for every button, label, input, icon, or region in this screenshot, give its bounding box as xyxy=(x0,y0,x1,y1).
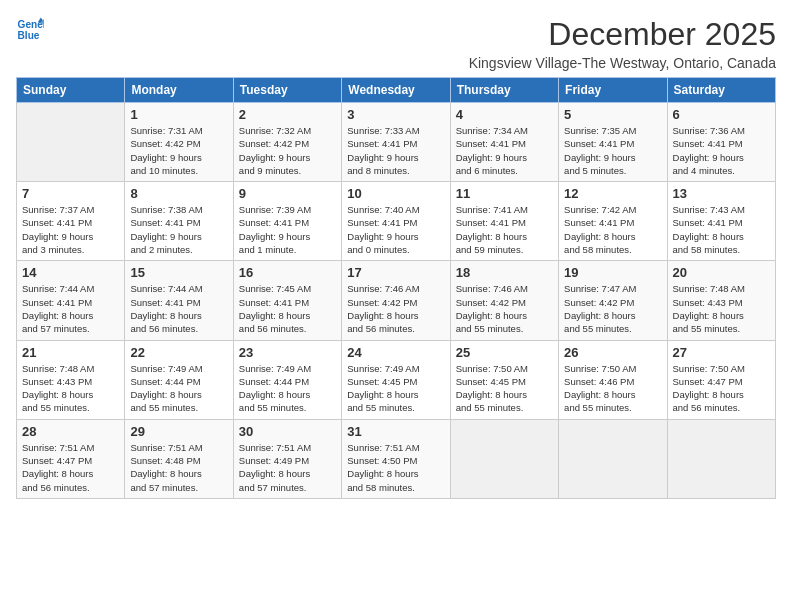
day-number: 5 xyxy=(564,107,661,122)
day-number: 4 xyxy=(456,107,553,122)
day-number: 30 xyxy=(239,424,336,439)
calendar-cell: 9Sunrise: 7:39 AM Sunset: 4:41 PM Daylig… xyxy=(233,182,341,261)
calendar-cell: 13Sunrise: 7:43 AM Sunset: 4:41 PM Dayli… xyxy=(667,182,775,261)
day-info: Sunrise: 7:42 AM Sunset: 4:41 PM Dayligh… xyxy=(564,203,661,256)
day-number: 1 xyxy=(130,107,227,122)
day-info: Sunrise: 7:51 AM Sunset: 4:50 PM Dayligh… xyxy=(347,441,444,494)
calendar-cell: 18Sunrise: 7:46 AM Sunset: 4:42 PM Dayli… xyxy=(450,261,558,340)
day-number: 14 xyxy=(22,265,119,280)
calendar-cell xyxy=(667,419,775,498)
day-number: 10 xyxy=(347,186,444,201)
header: General Blue December 2025 Kingsview Vil… xyxy=(16,16,776,71)
day-number: 23 xyxy=(239,345,336,360)
calendar-week-row: 21Sunrise: 7:48 AM Sunset: 4:43 PM Dayli… xyxy=(17,340,776,419)
calendar-cell: 29Sunrise: 7:51 AM Sunset: 4:48 PM Dayli… xyxy=(125,419,233,498)
calendar-week-row: 28Sunrise: 7:51 AM Sunset: 4:47 PM Dayli… xyxy=(17,419,776,498)
day-number: 20 xyxy=(673,265,770,280)
calendar-cell: 22Sunrise: 7:49 AM Sunset: 4:44 PM Dayli… xyxy=(125,340,233,419)
day-number: 2 xyxy=(239,107,336,122)
day-number: 18 xyxy=(456,265,553,280)
calendar-cell: 7Sunrise: 7:37 AM Sunset: 4:41 PM Daylig… xyxy=(17,182,125,261)
calendar-cell: 26Sunrise: 7:50 AM Sunset: 4:46 PM Dayli… xyxy=(559,340,667,419)
day-number: 28 xyxy=(22,424,119,439)
calendar-cell: 3Sunrise: 7:33 AM Sunset: 4:41 PM Daylig… xyxy=(342,103,450,182)
day-number: 19 xyxy=(564,265,661,280)
day-info: Sunrise: 7:31 AM Sunset: 4:42 PM Dayligh… xyxy=(130,124,227,177)
calendar-cell xyxy=(17,103,125,182)
day-of-week-header: Tuesday xyxy=(233,78,341,103)
day-number: 24 xyxy=(347,345,444,360)
day-info: Sunrise: 7:39 AM Sunset: 4:41 PM Dayligh… xyxy=(239,203,336,256)
day-number: 31 xyxy=(347,424,444,439)
day-info: Sunrise: 7:35 AM Sunset: 4:41 PM Dayligh… xyxy=(564,124,661,177)
day-info: Sunrise: 7:51 AM Sunset: 4:49 PM Dayligh… xyxy=(239,441,336,494)
day-number: 29 xyxy=(130,424,227,439)
day-info: Sunrise: 7:51 AM Sunset: 4:47 PM Dayligh… xyxy=(22,441,119,494)
day-info: Sunrise: 7:51 AM Sunset: 4:48 PM Dayligh… xyxy=(130,441,227,494)
day-info: Sunrise: 7:43 AM Sunset: 4:41 PM Dayligh… xyxy=(673,203,770,256)
location-title: Kingsview Village-The Westway, Ontario, … xyxy=(469,55,776,71)
day-info: Sunrise: 7:49 AM Sunset: 4:45 PM Dayligh… xyxy=(347,362,444,415)
day-info: Sunrise: 7:48 AM Sunset: 4:43 PM Dayligh… xyxy=(673,282,770,335)
day-number: 21 xyxy=(22,345,119,360)
day-info: Sunrise: 7:38 AM Sunset: 4:41 PM Dayligh… xyxy=(130,203,227,256)
day-number: 15 xyxy=(130,265,227,280)
calendar-cell: 23Sunrise: 7:49 AM Sunset: 4:44 PM Dayli… xyxy=(233,340,341,419)
day-number: 13 xyxy=(673,186,770,201)
day-info: Sunrise: 7:50 AM Sunset: 4:46 PM Dayligh… xyxy=(564,362,661,415)
calendar-cell: 8Sunrise: 7:38 AM Sunset: 4:41 PM Daylig… xyxy=(125,182,233,261)
calendar-cell: 28Sunrise: 7:51 AM Sunset: 4:47 PM Dayli… xyxy=(17,419,125,498)
calendar-cell: 31Sunrise: 7:51 AM Sunset: 4:50 PM Dayli… xyxy=(342,419,450,498)
calendar-cell: 15Sunrise: 7:44 AM Sunset: 4:41 PM Dayli… xyxy=(125,261,233,340)
day-info: Sunrise: 7:34 AM Sunset: 4:41 PM Dayligh… xyxy=(456,124,553,177)
calendar-cell: 10Sunrise: 7:40 AM Sunset: 4:41 PM Dayli… xyxy=(342,182,450,261)
day-of-week-header: Sunday xyxy=(17,78,125,103)
day-info: Sunrise: 7:40 AM Sunset: 4:41 PM Dayligh… xyxy=(347,203,444,256)
day-number: 16 xyxy=(239,265,336,280)
calendar-cell: 1Sunrise: 7:31 AM Sunset: 4:42 PM Daylig… xyxy=(125,103,233,182)
day-info: Sunrise: 7:50 AM Sunset: 4:45 PM Dayligh… xyxy=(456,362,553,415)
calendar-cell: 4Sunrise: 7:34 AM Sunset: 4:41 PM Daylig… xyxy=(450,103,558,182)
day-number: 27 xyxy=(673,345,770,360)
day-of-week-header: Wednesday xyxy=(342,78,450,103)
day-number: 12 xyxy=(564,186,661,201)
day-info: Sunrise: 7:37 AM Sunset: 4:41 PM Dayligh… xyxy=(22,203,119,256)
day-number: 17 xyxy=(347,265,444,280)
calendar-cell: 30Sunrise: 7:51 AM Sunset: 4:49 PM Dayli… xyxy=(233,419,341,498)
calendar-cell xyxy=(559,419,667,498)
calendar-cell: 16Sunrise: 7:45 AM Sunset: 4:41 PM Dayli… xyxy=(233,261,341,340)
day-of-week-header: Saturday xyxy=(667,78,775,103)
day-info: Sunrise: 7:36 AM Sunset: 4:41 PM Dayligh… xyxy=(673,124,770,177)
day-info: Sunrise: 7:47 AM Sunset: 4:42 PM Dayligh… xyxy=(564,282,661,335)
day-info: Sunrise: 7:49 AM Sunset: 4:44 PM Dayligh… xyxy=(239,362,336,415)
day-info: Sunrise: 7:41 AM Sunset: 4:41 PM Dayligh… xyxy=(456,203,553,256)
calendar-cell: 20Sunrise: 7:48 AM Sunset: 4:43 PM Dayli… xyxy=(667,261,775,340)
calendar-week-row: 14Sunrise: 7:44 AM Sunset: 4:41 PM Dayli… xyxy=(17,261,776,340)
calendar-cell: 6Sunrise: 7:36 AM Sunset: 4:41 PM Daylig… xyxy=(667,103,775,182)
day-of-week-header: Monday xyxy=(125,78,233,103)
calendar-cell: 11Sunrise: 7:41 AM Sunset: 4:41 PM Dayli… xyxy=(450,182,558,261)
day-number: 22 xyxy=(130,345,227,360)
day-number: 8 xyxy=(130,186,227,201)
day-info: Sunrise: 7:46 AM Sunset: 4:42 PM Dayligh… xyxy=(456,282,553,335)
day-info: Sunrise: 7:45 AM Sunset: 4:41 PM Dayligh… xyxy=(239,282,336,335)
calendar-cell: 27Sunrise: 7:50 AM Sunset: 4:47 PM Dayli… xyxy=(667,340,775,419)
day-info: Sunrise: 7:46 AM Sunset: 4:42 PM Dayligh… xyxy=(347,282,444,335)
day-info: Sunrise: 7:33 AM Sunset: 4:41 PM Dayligh… xyxy=(347,124,444,177)
svg-text:Blue: Blue xyxy=(18,30,40,41)
day-info: Sunrise: 7:49 AM Sunset: 4:44 PM Dayligh… xyxy=(130,362,227,415)
calendar-cell: 24Sunrise: 7:49 AM Sunset: 4:45 PM Dayli… xyxy=(342,340,450,419)
logo-icon: General Blue xyxy=(16,16,44,44)
day-number: 11 xyxy=(456,186,553,201)
day-number: 25 xyxy=(456,345,553,360)
calendar-cell: 14Sunrise: 7:44 AM Sunset: 4:41 PM Dayli… xyxy=(17,261,125,340)
day-number: 26 xyxy=(564,345,661,360)
calendar-week-row: 7Sunrise: 7:37 AM Sunset: 4:41 PM Daylig… xyxy=(17,182,776,261)
calendar-cell: 5Sunrise: 7:35 AM Sunset: 4:41 PM Daylig… xyxy=(559,103,667,182)
month-title: December 2025 xyxy=(469,16,776,53)
calendar-cell: 12Sunrise: 7:42 AM Sunset: 4:41 PM Dayli… xyxy=(559,182,667,261)
calendar-cell: 19Sunrise: 7:47 AM Sunset: 4:42 PM Dayli… xyxy=(559,261,667,340)
day-info: Sunrise: 7:32 AM Sunset: 4:42 PM Dayligh… xyxy=(239,124,336,177)
calendar-cell: 21Sunrise: 7:48 AM Sunset: 4:43 PM Dayli… xyxy=(17,340,125,419)
day-info: Sunrise: 7:44 AM Sunset: 4:41 PM Dayligh… xyxy=(130,282,227,335)
